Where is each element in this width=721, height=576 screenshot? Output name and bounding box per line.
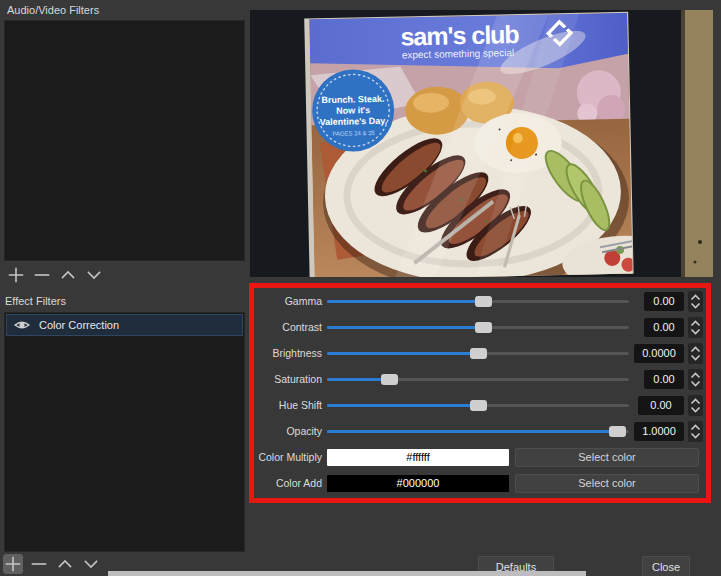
slider-handle[interactable] <box>609 426 626 437</box>
spinner-up-icon[interactable] <box>690 372 701 379</box>
filter-slider-row: Gamma 0.00 <box>254 288 706 314</box>
spinner-up-icon[interactable] <box>690 398 701 405</box>
value-group: 0.0000 <box>634 343 703 364</box>
filter-preview-image: sam's club expect something special Brun… <box>250 10 713 277</box>
spinner-up-icon[interactable] <box>690 346 701 353</box>
move-filter-down-button[interactable] <box>84 265 104 285</box>
color-hex-field[interactable]: #000000 <box>327 475 509 492</box>
chevron-up-icon <box>57 556 73 572</box>
spinner-up-icon[interactable] <box>690 294 701 301</box>
audio-video-filters-label: Audio/Video Filters <box>7 4 99 16</box>
value-group: 0.00 <box>644 369 703 390</box>
slider-fill <box>327 430 626 433</box>
select-color-button[interactable]: Select color <box>515 448 699 467</box>
slider-label: Hue Shift <box>254 399 322 411</box>
value-group: 0.00 <box>638 395 703 416</box>
filter-color-row: Color Multiply #ffffff Select color <box>254 444 706 470</box>
value-spinbox[interactable]: 0.00 <box>644 318 684 337</box>
plus-icon <box>5 556 21 572</box>
remove-filter-button[interactable] <box>29 554 49 574</box>
color-label: Color Add <box>254 477 322 489</box>
svg-text:PAGES 34 & 35: PAGES 34 & 35 <box>332 130 375 137</box>
slider[interactable] <box>327 321 629 334</box>
value-group: 0.00 <box>644 291 703 312</box>
spinner-down-icon[interactable] <box>690 380 701 387</box>
chevron-up-icon <box>60 267 76 283</box>
effect-filter-item-label: Color Correction <box>39 319 119 331</box>
spinner-up-icon[interactable] <box>690 320 701 327</box>
spinner[interactable] <box>688 317 703 338</box>
slider-handle[interactable] <box>470 400 487 411</box>
filter-slider-row: Opacity 1.0000 <box>254 418 706 444</box>
slider[interactable] <box>327 347 629 360</box>
slider-label: Saturation <box>254 373 322 385</box>
spinner[interactable] <box>688 343 703 364</box>
add-filter-button[interactable] <box>3 554 23 574</box>
value-group: 1.0000 <box>634 421 703 442</box>
chevron-down-icon <box>83 556 99 572</box>
svg-text:Now it's: Now it's <box>336 105 370 116</box>
eye-icon[interactable] <box>14 319 30 331</box>
background-window-edge <box>108 571 586 576</box>
move-filter-up-button[interactable] <box>55 554 75 574</box>
color-hex-field[interactable]: #ffffff <box>327 449 509 466</box>
slider[interactable] <box>327 425 629 438</box>
spinner-down-icon[interactable] <box>690 354 701 361</box>
filter-slider-row: Hue Shift 0.00 <box>254 392 706 418</box>
slider-handle[interactable] <box>475 296 492 307</box>
slider-fill <box>327 404 478 407</box>
slider[interactable] <box>327 295 629 308</box>
spinner-down-icon[interactable] <box>690 328 701 335</box>
chevron-down-icon <box>86 267 102 283</box>
slider-handle[interactable] <box>470 348 487 359</box>
spinner[interactable] <box>688 421 703 442</box>
slider[interactable] <box>327 399 629 412</box>
value-spinbox[interactable]: 1.0000 <box>634 422 684 441</box>
effect-filters-label: Effect Filters <box>5 295 66 307</box>
spinner[interactable] <box>688 369 703 390</box>
value-spinbox[interactable]: 0.00 <box>638 396 684 415</box>
spinner-down-icon[interactable] <box>690 302 701 309</box>
value-group: 0.00 <box>644 317 703 338</box>
spinner[interactable] <box>688 291 703 312</box>
slider-label: Contrast <box>254 321 322 333</box>
slider-label: Gamma <box>254 295 322 307</box>
effect-filters-list[interactable]: Color Correction <box>4 312 245 552</box>
filter-color-row: Color Add #000000 Select color <box>254 470 706 496</box>
value-spinbox[interactable]: 0.0000 <box>634 344 684 363</box>
slider-handle[interactable] <box>475 322 492 333</box>
slider-handle[interactable] <box>381 374 398 385</box>
effect-filters-toolbar <box>3 553 101 575</box>
value-spinbox[interactable]: 0.00 <box>644 292 684 311</box>
move-filter-up-button[interactable] <box>58 265 78 285</box>
spinner[interactable] <box>688 395 703 416</box>
audio-video-filters-toolbar <box>6 264 104 286</box>
effect-filter-item-color-correction[interactable]: Color Correction <box>6 314 243 336</box>
value-spinbox[interactable]: 0.00 <box>644 370 684 389</box>
filter-slider-row: Contrast 0.00 <box>254 314 706 340</box>
plus-icon <box>8 267 24 283</box>
audio-video-filters-list[interactable] <box>4 20 245 261</box>
spinner-down-icon[interactable] <box>690 406 701 413</box>
slider-label: Brightness <box>254 347 322 359</box>
svg-text:Valentine's Day.: Valentine's Day. <box>320 116 388 127</box>
minus-icon <box>31 556 47 572</box>
filter-settings: Gamma 0.00 Contrast 0.00 <box>254 288 706 496</box>
add-filter-button[interactable] <box>6 265 26 285</box>
filter-slider-row: Saturation 0.00 <box>254 366 706 392</box>
filter-slider-row: Brightness 0.0000 <box>254 340 706 366</box>
spinner-down-icon[interactable] <box>690 432 701 439</box>
slider-fill <box>327 326 484 329</box>
carpet-edge <box>681 10 685 277</box>
move-filter-down-button[interactable] <box>81 554 101 574</box>
filters-dialog: Audio/Video Filters Effect Filters Color… <box>0 0 721 576</box>
select-color-button[interactable]: Select color <box>515 474 699 493</box>
close-button[interactable]: Close <box>642 556 690 576</box>
remove-filter-button[interactable] <box>32 265 52 285</box>
slider-fill <box>327 378 384 381</box>
slider[interactable] <box>327 373 629 386</box>
spinner-up-icon[interactable] <box>690 424 701 431</box>
color-label: Color Multiply <box>254 451 322 463</box>
minus-icon <box>34 267 50 283</box>
svg-text:Brunch. Steak.: Brunch. Steak. <box>321 94 384 105</box>
